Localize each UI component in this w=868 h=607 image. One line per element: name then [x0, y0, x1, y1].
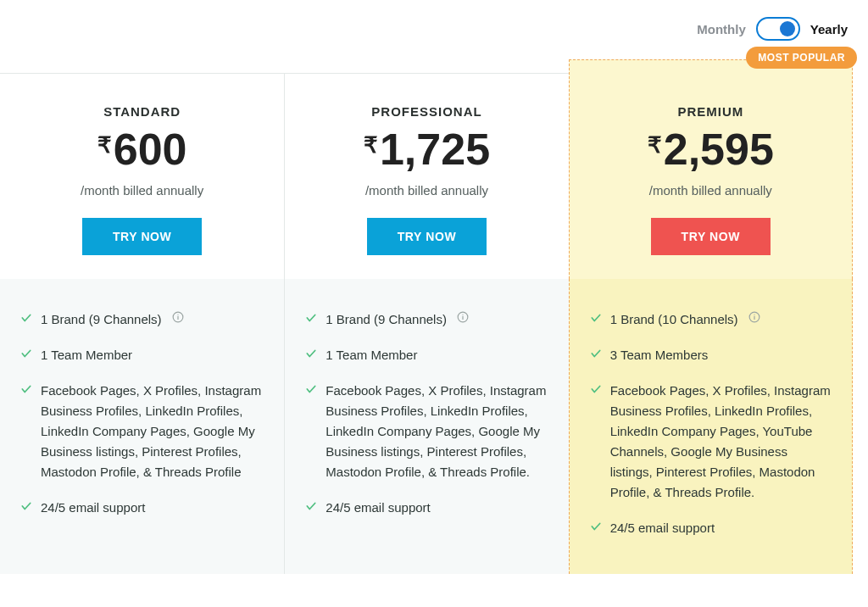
- feature-item: 3 Team Members: [590, 345, 832, 365]
- billing-period: /month billed annually: [15, 183, 269, 198]
- price-amount: 600: [114, 127, 187, 171]
- check-icon: [590, 521, 602, 532]
- billing-toggle-row: Monthly Yearly: [0, 12, 853, 46]
- info-icon[interactable]: [748, 311, 760, 323]
- plan-name: STANDARD: [15, 104, 269, 119]
- plan-head-professional: PROFESSIONAL₹1,725/month billed annually…: [284, 73, 568, 279]
- billing-monthly-label[interactable]: Monthly: [697, 22, 746, 36]
- check-icon: [590, 312, 602, 324]
- check-icon: [305, 383, 317, 395]
- check-icon: [590, 383, 602, 395]
- feature-item: 24/5 email support: [305, 498, 548, 518]
- currency-symbol: ₹: [648, 132, 662, 159]
- plan-column-professional: PROFESSIONAL₹1,725/month billed annually…: [284, 73, 568, 574]
- feature-text: Facebook Pages, X Profiles, Instagram Bu…: [610, 381, 832, 503]
- plan-name: PREMIUM: [585, 104, 837, 119]
- price-amount: 1,725: [380, 127, 490, 171]
- info-icon[interactable]: [457, 311, 469, 323]
- plan-name: PROFESSIONAL: [300, 104, 553, 119]
- plan-features-standard: 1 Brand (9 Channels)1 Team MemberFaceboo…: [0, 279, 284, 574]
- feature-item: 1 Team Member: [305, 345, 548, 365]
- feature-item: 1 Brand (9 Channels): [305, 309, 548, 330]
- plan-features-premium: 1 Brand (10 Channels)3 Team MembersFaceb…: [569, 279, 853, 574]
- check-icon: [20, 312, 32, 324]
- price-amount: 2,595: [664, 127, 774, 171]
- billing-period: /month billed annually: [585, 183, 837, 198]
- billing-yearly-label[interactable]: Yearly: [810, 22, 848, 36]
- check-icon: [20, 383, 32, 395]
- check-icon: [590, 348, 602, 359]
- check-icon: [305, 312, 317, 324]
- feature-text: 1 Brand (9 Channels): [326, 309, 447, 330]
- svg-point-8: [754, 315, 754, 315]
- try-now-button[interactable]: TRY NOW: [651, 218, 771, 255]
- plan-head-standard: STANDARD₹600/month billed annuallyTRY NO…: [0, 73, 284, 279]
- try-now-button[interactable]: TRY NOW: [82, 218, 203, 255]
- check-icon: [20, 500, 32, 512]
- feature-item: Facebook Pages, X Profiles, Instagram Bu…: [20, 381, 264, 482]
- feature-item: 24/5 email support: [590, 518, 832, 538]
- feature-item: 1 Brand (9 Channels): [20, 309, 264, 330]
- feature-text: 1 Team Member: [41, 345, 132, 365]
- try-now-button[interactable]: TRY NOW: [367, 218, 487, 255]
- currency-symbol: ₹: [97, 132, 112, 159]
- feature-text: 24/5 email support: [326, 498, 430, 518]
- feature-item: 1 Team Member: [20, 345, 264, 365]
- feature-text: 3 Team Members: [610, 345, 709, 365]
- plan-price: ₹600: [97, 127, 187, 171]
- billing-toggle[interactable]: [756, 17, 800, 41]
- feature-text: 1 Brand (9 Channels): [41, 309, 162, 330]
- svg-point-5: [462, 315, 463, 315]
- svg-point-2: [177, 315, 178, 315]
- feature-item: 24/5 email support: [20, 498, 264, 518]
- billing-period: /month billed annually: [300, 183, 553, 198]
- feature-text: Facebook Pages, X Profiles, Instagram Bu…: [41, 381, 264, 482]
- check-icon: [305, 348, 317, 359]
- feature-text: Facebook Pages, X Profiles, Instagram Bu…: [326, 381, 548, 482]
- feature-item: 1 Brand (10 Channels): [590, 309, 832, 330]
- feature-item: Facebook Pages, X Profiles, Instagram Bu…: [305, 381, 548, 482]
- plan-head-premium: MOST POPULARPREMIUM₹2,595/month billed a…: [569, 59, 853, 279]
- feature-text: 1 Brand (10 Channels): [610, 309, 738, 330]
- plan-price: ₹2,595: [648, 127, 774, 171]
- plan-price: ₹1,725: [364, 127, 490, 171]
- plan-features-professional: 1 Brand (9 Channels)1 Team MemberFaceboo…: [284, 279, 568, 574]
- most-popular-badge: MOST POPULAR: [746, 47, 857, 69]
- feature-item: Facebook Pages, X Profiles, Instagram Bu…: [590, 381, 832, 503]
- check-icon: [20, 348, 32, 359]
- plan-column-premium: MOST POPULARPREMIUM₹2,595/month billed a…: [569, 73, 853, 574]
- feature-text: 1 Team Member: [326, 345, 417, 365]
- check-icon: [305, 500, 317, 512]
- plan-column-standard: STANDARD₹600/month billed annuallyTRY NO…: [0, 73, 284, 574]
- pricing-grid: STANDARD₹600/month billed annuallyTRY NO…: [0, 73, 853, 574]
- info-icon[interactable]: [172, 311, 184, 323]
- currency-symbol: ₹: [364, 132, 378, 159]
- feature-text: 24/5 email support: [41, 498, 145, 518]
- toggle-knob: [780, 21, 795, 36]
- feature-text: 24/5 email support: [610, 518, 715, 538]
